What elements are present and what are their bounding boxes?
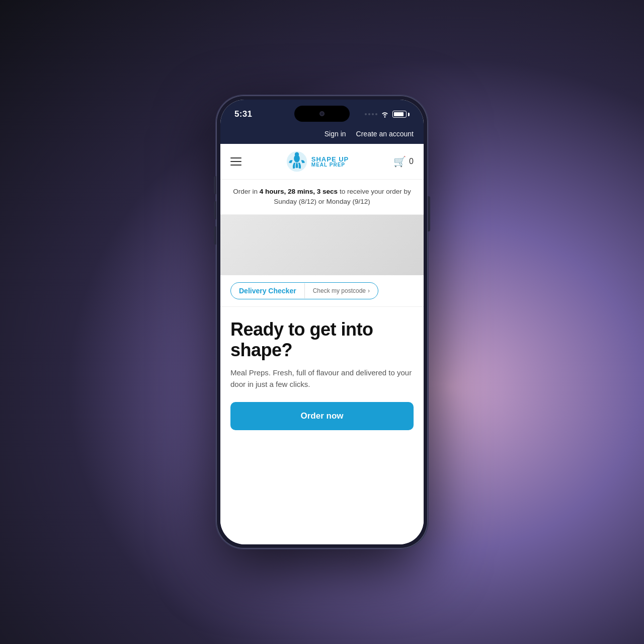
logo[interactable]: SHAPE UP MEAL PREP: [286, 151, 349, 172]
cart-icon: 🛒: [393, 155, 406, 168]
check-postcode-button[interactable]: Check my postcode ›: [305, 283, 378, 298]
logo-shape-up: SHAPE UP: [311, 156, 349, 163]
delivery-checker-label: Delivery Checker: [231, 283, 304, 299]
delivery-countdown: 4 hours, 28 mins, 3 secs: [260, 188, 338, 195]
phone-screen: 5:31: [220, 100, 424, 544]
hero-heading: Ready to get into shape?: [230, 319, 414, 361]
site-header: SHAPE UP MEAL PREP 🛒 0: [220, 144, 424, 180]
sign-in-link[interactable]: Sign in: [325, 130, 346, 138]
status-time: 5:31: [234, 109, 252, 119]
main-content: Ready to get into shape? Meal Preps. Fre…: [220, 307, 424, 545]
cart-count: 0: [409, 157, 414, 166]
logo-meal-prep: MEAL PREP: [311, 163, 349, 168]
delivery-prefix: Order in: [233, 188, 260, 195]
hamburger-menu[interactable]: [230, 157, 242, 166]
top-navigation: Sign in Create an account: [220, 126, 424, 144]
status-icons: [365, 111, 410, 118]
battery-icon: [392, 111, 410, 118]
wifi-icon: [380, 111, 389, 118]
phone-device: 5:31: [216, 96, 428, 548]
order-now-button[interactable]: Order now: [230, 402, 414, 430]
hamburger-line: [230, 161, 242, 162]
delivery-banner: Order in 4 hours, 28 mins, 3 secs to rec…: [220, 180, 424, 215]
hamburger-line: [230, 165, 242, 166]
status-bar: 5:31: [220, 100, 424, 126]
signal-icon: [365, 113, 377, 115]
hero-image: [220, 215, 424, 275]
hamburger-line: [230, 157, 242, 158]
hero-subtext: Meal Preps. Fresh, full of flavour and d…: [230, 367, 414, 390]
dynamic-island: [294, 106, 350, 122]
delivery-checker-pill[interactable]: Delivery Checker Check my postcode ›: [230, 282, 378, 299]
hero-placeholder: [220, 215, 424, 275]
check-postcode-label: Check my postcode: [313, 287, 366, 294]
create-account-link[interactable]: Create an account: [356, 130, 414, 138]
logo-text: SHAPE UP MEAL PREP: [311, 156, 349, 168]
camera-dot: [319, 111, 325, 116]
delivery-checker-bar: Delivery Checker Check my postcode ›: [220, 275, 424, 307]
chevron-right-icon: ›: [368, 287, 370, 294]
logo-icon: [286, 151, 307, 172]
svg-point-2: [295, 152, 299, 156]
cart-button[interactable]: 🛒 0: [393, 155, 414, 168]
